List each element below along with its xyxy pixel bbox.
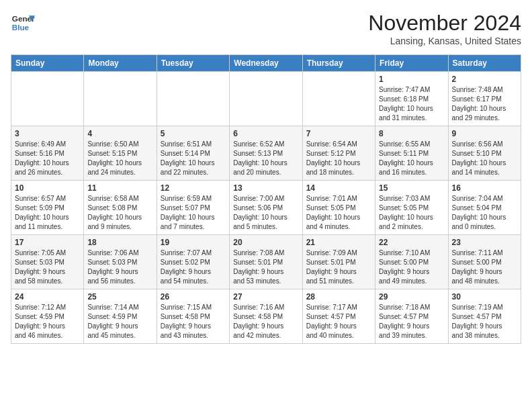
calendar-cell: 26Sunrise: 7:15 AM Sunset: 4:58 PM Dayli…	[157, 289, 229, 344]
weekday-header-monday: Monday	[84, 55, 157, 72]
day-number: 8	[379, 129, 444, 138]
day-info: Sunrise: 6:49 AM Sunset: 5:16 PM Dayligh…	[15, 140, 80, 177]
calendar-cell: 30Sunrise: 7:19 AM Sunset: 4:57 PM Dayli…	[448, 289, 521, 344]
calendar-cell: 20Sunrise: 7:08 AM Sunset: 5:01 PM Dayli…	[230, 235, 302, 289]
calendar-cell: 7Sunrise: 6:54 AM Sunset: 5:12 PM Daylig…	[302, 126, 375, 181]
calendar-cell: 27Sunrise: 7:16 AM Sunset: 4:58 PM Dayli…	[230, 289, 302, 344]
day-number: 16	[452, 183, 517, 193]
day-info: Sunrise: 6:56 AM Sunset: 5:10 PM Dayligh…	[452, 140, 517, 177]
calendar-cell: 17Sunrise: 7:05 AM Sunset: 5:03 PM Dayli…	[11, 235, 84, 289]
calendar-cell: 14Sunrise: 7:01 AM Sunset: 5:05 PM Dayli…	[302, 181, 375, 235]
day-number: 25	[87, 292, 152, 302]
day-info: Sunrise: 7:08 AM Sunset: 5:01 PM Dayligh…	[233, 248, 298, 286]
day-number: 23	[452, 238, 517, 247]
day-number: 13	[233, 183, 298, 193]
day-number: 17	[15, 238, 80, 247]
day-info: Sunrise: 6:51 AM Sunset: 5:14 PM Dayligh…	[161, 140, 226, 177]
week-row-3: 10Sunrise: 6:57 AM Sunset: 5:09 PM Dayli…	[11, 181, 521, 235]
calendar-cell: 6Sunrise: 6:52 AM Sunset: 5:13 PM Daylig…	[230, 126, 302, 181]
month-title: November 2024	[368, 11, 521, 36]
day-number: 20	[233, 238, 298, 247]
calendar-cell: 24Sunrise: 7:12 AM Sunset: 4:59 PM Dayli…	[11, 289, 84, 344]
logo-icon: General Blue	[11, 11, 35, 35]
day-number: 26	[161, 292, 226, 302]
week-row-2: 3Sunrise: 6:49 AM Sunset: 5:16 PM Daylig…	[11, 126, 521, 181]
calendar-cell: 11Sunrise: 6:58 AM Sunset: 5:08 PM Dayli…	[84, 181, 157, 235]
calendar-cell	[11, 72, 84, 126]
day-info: Sunrise: 7:12 AM Sunset: 4:59 PM Dayligh…	[15, 303, 80, 340]
logo: General Blue	[11, 11, 35, 35]
day-info: Sunrise: 7:09 AM Sunset: 5:01 PM Dayligh…	[306, 248, 371, 286]
day-info: Sunrise: 7:04 AM Sunset: 5:04 PM Dayligh…	[452, 194, 517, 232]
calendar-cell: 28Sunrise: 7:17 AM Sunset: 4:57 PM Dayli…	[302, 289, 375, 344]
calendar-cell: 15Sunrise: 7:03 AM Sunset: 5:05 PM Dayli…	[375, 181, 448, 235]
day-info: Sunrise: 6:57 AM Sunset: 5:09 PM Dayligh…	[15, 194, 80, 232]
day-number: 22	[379, 238, 444, 247]
day-info: Sunrise: 7:18 AM Sunset: 4:57 PM Dayligh…	[379, 303, 444, 340]
weekday-header-thursday: Thursday	[302, 55, 375, 72]
day-number: 10	[15, 183, 80, 193]
day-number: 9	[452, 129, 517, 138]
weekday-header-saturday: Saturday	[448, 55, 521, 72]
day-info: Sunrise: 7:17 AM Sunset: 4:57 PM Dayligh…	[306, 303, 371, 340]
calendar-cell	[230, 72, 302, 126]
day-info: Sunrise: 6:54 AM Sunset: 5:12 PM Dayligh…	[306, 140, 371, 177]
week-row-1: 1Sunrise: 7:47 AM Sunset: 6:18 PM Daylig…	[11, 72, 521, 126]
day-info: Sunrise: 6:50 AM Sunset: 5:15 PM Dayligh…	[87, 140, 152, 177]
day-info: Sunrise: 7:01 AM Sunset: 5:05 PM Dayligh…	[306, 194, 371, 232]
calendar-cell: 12Sunrise: 6:59 AM Sunset: 5:07 PM Dayli…	[157, 181, 229, 235]
calendar-cell: 21Sunrise: 7:09 AM Sunset: 5:01 PM Dayli…	[302, 235, 375, 289]
calendar-cell: 5Sunrise: 6:51 AM Sunset: 5:14 PM Daylig…	[157, 126, 229, 181]
day-info: Sunrise: 7:48 AM Sunset: 6:17 PM Dayligh…	[452, 85, 517, 123]
day-number: 3	[15, 129, 80, 138]
calendar-cell: 4Sunrise: 6:50 AM Sunset: 5:15 PM Daylig…	[84, 126, 157, 181]
day-number: 28	[306, 292, 371, 302]
day-number: 2	[452, 75, 517, 84]
calendar-cell: 25Sunrise: 7:14 AM Sunset: 4:59 PM Dayli…	[84, 289, 157, 344]
calendar-cell: 23Sunrise: 7:11 AM Sunset: 5:00 PM Dayli…	[448, 235, 521, 289]
calendar-cell: 3Sunrise: 6:49 AM Sunset: 5:16 PM Daylig…	[11, 126, 84, 181]
day-info: Sunrise: 6:55 AM Sunset: 5:11 PM Dayligh…	[379, 140, 444, 177]
week-row-5: 24Sunrise: 7:12 AM Sunset: 4:59 PM Dayli…	[11, 289, 521, 344]
day-number: 19	[161, 238, 226, 247]
day-info: Sunrise: 7:05 AM Sunset: 5:03 PM Dayligh…	[15, 248, 80, 286]
day-info: Sunrise: 7:16 AM Sunset: 4:58 PM Dayligh…	[233, 303, 298, 340]
day-number: 12	[161, 183, 226, 193]
calendar-cell: 19Sunrise: 7:07 AM Sunset: 5:02 PM Dayli…	[157, 235, 229, 289]
week-row-4: 17Sunrise: 7:05 AM Sunset: 5:03 PM Dayli…	[11, 235, 521, 289]
day-number: 30	[452, 292, 517, 302]
day-info: Sunrise: 7:00 AM Sunset: 5:06 PM Dayligh…	[233, 194, 298, 232]
day-info: Sunrise: 7:47 AM Sunset: 6:18 PM Dayligh…	[379, 85, 444, 123]
calendar-cell	[84, 72, 157, 126]
day-info: Sunrise: 7:19 AM Sunset: 4:57 PM Dayligh…	[452, 303, 517, 340]
calendar-cell: 29Sunrise: 7:18 AM Sunset: 4:57 PM Dayli…	[375, 289, 448, 344]
page-header: General Blue November 2024 Lansing, Kans…	[11, 11, 521, 46]
day-info: Sunrise: 7:15 AM Sunset: 4:58 PM Dayligh…	[161, 303, 226, 340]
day-info: Sunrise: 7:10 AM Sunset: 5:00 PM Dayligh…	[379, 248, 444, 286]
day-info: Sunrise: 7:11 AM Sunset: 5:00 PM Dayligh…	[452, 248, 517, 286]
day-info: Sunrise: 6:52 AM Sunset: 5:13 PM Dayligh…	[233, 140, 298, 177]
calendar-cell: 18Sunrise: 7:06 AM Sunset: 5:03 PM Dayli…	[84, 235, 157, 289]
svg-text:Blue: Blue	[12, 23, 30, 32]
day-number: 4	[87, 129, 152, 138]
weekday-header-friday: Friday	[375, 55, 448, 72]
title-block: November 2024 Lansing, Kansas, United St…	[368, 11, 521, 46]
calendar-table: SundayMondayTuesdayWednesdayThursdayFrid…	[11, 54, 521, 344]
day-info: Sunrise: 6:59 AM Sunset: 5:07 PM Dayligh…	[161, 194, 226, 232]
calendar-cell	[157, 72, 229, 126]
calendar-cell: 16Sunrise: 7:04 AM Sunset: 5:04 PM Dayli…	[448, 181, 521, 235]
day-number: 6	[233, 129, 298, 138]
day-number: 27	[233, 292, 298, 302]
weekday-header-row: SundayMondayTuesdayWednesdayThursdayFrid…	[11, 55, 521, 72]
day-info: Sunrise: 7:14 AM Sunset: 4:59 PM Dayligh…	[87, 303, 152, 340]
day-info: Sunrise: 7:03 AM Sunset: 5:05 PM Dayligh…	[379, 194, 444, 232]
calendar-cell	[302, 72, 375, 126]
day-number: 11	[87, 183, 152, 193]
calendar-cell: 10Sunrise: 6:57 AM Sunset: 5:09 PM Dayli…	[11, 181, 84, 235]
calendar-cell: 2Sunrise: 7:48 AM Sunset: 6:17 PM Daylig…	[448, 72, 521, 126]
day-number: 18	[87, 238, 152, 247]
day-number: 24	[15, 292, 80, 302]
day-info: Sunrise: 6:58 AM Sunset: 5:08 PM Dayligh…	[87, 194, 152, 232]
calendar-cell: 9Sunrise: 6:56 AM Sunset: 5:10 PM Daylig…	[448, 126, 521, 181]
calendar-cell: 13Sunrise: 7:00 AM Sunset: 5:06 PM Dayli…	[230, 181, 302, 235]
